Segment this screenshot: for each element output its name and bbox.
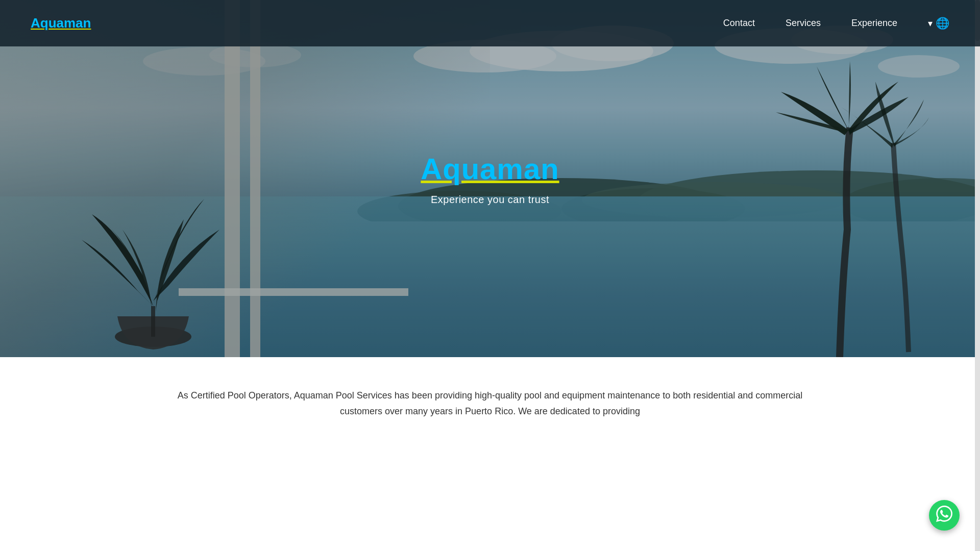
chevron-down-icon: ▾ xyxy=(928,18,933,29)
hero-section: Aquaman Experience you can trust xyxy=(0,0,980,357)
navbar-logo[interactable]: Aquaman xyxy=(31,15,91,31)
intro-paragraph: As Certified Pool Operators, Aquaman Poo… xyxy=(174,388,806,419)
navbar: Aquaman Contact Services Experience ▾ 🌐 xyxy=(0,0,980,46)
nav-services[interactable]: Services xyxy=(786,18,821,29)
hero-title: Aquaman xyxy=(421,152,559,186)
nav-contact[interactable]: Contact xyxy=(723,18,755,29)
nav-experience[interactable]: Experience xyxy=(851,18,897,29)
hero-content: Aquaman Experience you can trust xyxy=(421,152,559,206)
content-section: As Certified Pool Operators, Aquaman Poo… xyxy=(0,357,980,551)
hero-subtitle: Experience you can trust xyxy=(421,194,559,206)
navbar-links: Contact Services Experience ▾ 🌐 xyxy=(723,17,949,30)
whatsapp-button[interactable] xyxy=(929,500,960,531)
navbar-lang[interactable]: ▾ 🌐 xyxy=(928,17,949,30)
scrollbar[interactable] xyxy=(975,0,980,551)
globe-icon: 🌐 xyxy=(936,17,949,30)
whatsapp-icon xyxy=(936,506,952,525)
